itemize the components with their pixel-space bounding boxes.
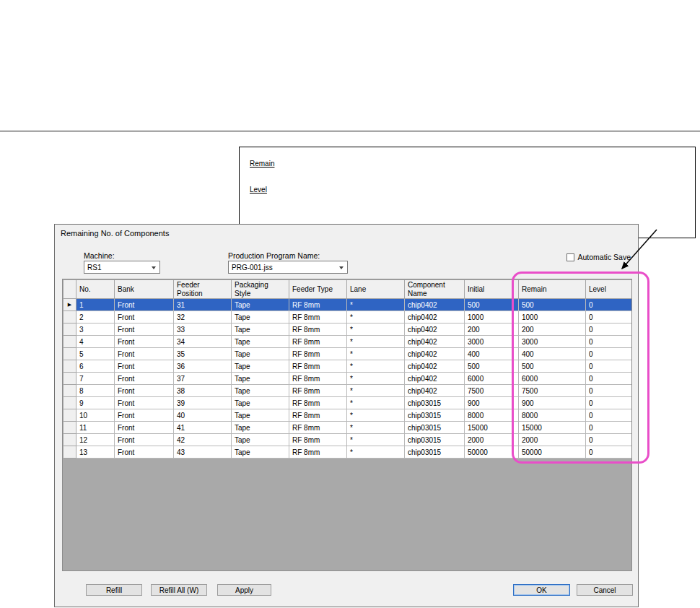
cell-initial[interactable]: 500 <box>465 360 519 373</box>
cell-remain[interactable]: 7500 <box>519 385 586 397</box>
cell-bank[interactable]: Front <box>115 385 174 397</box>
cell-level[interactable]: 0 <box>586 446 633 459</box>
cell-feeder-position[interactable]: 36 <box>174 360 232 373</box>
cell-packaging-style[interactable]: Tape <box>232 336 289 348</box>
cell-component-name[interactable]: chip03015 <box>405 446 465 459</box>
cell-bank[interactable]: Front <box>115 409 174 422</box>
column-header-remain[interactable]: Remain <box>519 280 586 299</box>
cell-packaging-style[interactable]: Tape <box>232 422 289 434</box>
cell-remain[interactable]: 400 <box>519 348 586 360</box>
cell-component-name[interactable]: chip0402 <box>405 311 465 323</box>
cell-component-name[interactable]: chip03015 <box>405 434 465 446</box>
cell-level[interactable]: 0 <box>586 373 633 385</box>
cell-feeder-type[interactable]: RF 8mm <box>289 299 347 311</box>
cell-lane[interactable]: * <box>347 434 405 446</box>
cell-lane[interactable]: * <box>347 311 405 323</box>
row-selector[interactable] <box>64 446 76 459</box>
cell-lane[interactable]: * <box>347 299 405 311</box>
column-header-level[interactable]: Level <box>586 280 633 299</box>
table-row[interactable]: 9Front39TapeRF 8mm*chip030159009000 <box>64 397 633 409</box>
cell-feeder-type[interactable]: RF 8mm <box>289 373 347 385</box>
table-row[interactable]: ▶1Front31TapeRF 8mm*chip04025005000 <box>64 299 633 311</box>
cell-remain[interactable]: 2000 <box>519 434 586 446</box>
cell-initial[interactable]: 7500 <box>465 385 519 397</box>
cell-feeder-position[interactable]: 37 <box>174 373 232 385</box>
cell-lane[interactable]: * <box>347 397 405 409</box>
cell-packaging-style[interactable]: Tape <box>232 434 289 446</box>
cell-no[interactable]: 11 <box>76 422 115 434</box>
row-selector[interactable] <box>64 360 76 373</box>
cell-packaging-style[interactable]: Tape <box>232 373 289 385</box>
current-row-indicator[interactable]: ▶ <box>64 299 76 311</box>
cell-component-name[interactable]: chip03015 <box>405 409 465 422</box>
automatic-save-control[interactable]: Automatic Save <box>566 253 631 261</box>
cell-remain[interactable]: 15000 <box>519 422 586 434</box>
cell-level[interactable]: 0 <box>586 348 633 360</box>
cell-feeder-position[interactable]: 34 <box>174 336 232 348</box>
cell-initial[interactable]: 3000 <box>465 336 519 348</box>
row-selector[interactable] <box>64 434 76 446</box>
cell-feeder-position[interactable]: 31 <box>174 299 232 311</box>
cell-level[interactable]: 0 <box>586 385 633 397</box>
cell-component-name[interactable]: chip0402 <box>405 299 465 311</box>
cell-feeder-type[interactable]: RF 8mm <box>289 434 347 446</box>
cell-level[interactable]: 0 <box>586 409 633 422</box>
cell-remain[interactable]: 500 <box>519 360 586 373</box>
cell-lane[interactable]: * <box>347 385 405 397</box>
cell-no[interactable]: 3 <box>76 323 115 336</box>
cell-component-name[interactable]: chip0402 <box>405 385 465 397</box>
cell-level[interactable]: 0 <box>586 360 633 373</box>
cell-bank[interactable]: Front <box>115 299 174 311</box>
row-selector[interactable] <box>64 385 76 397</box>
cell-no[interactable]: 8 <box>76 385 115 397</box>
cell-feeder-type[interactable]: RF 8mm <box>289 336 347 348</box>
table-row[interactable]: 7Front37TapeRF 8mm*chip0402600060000 <box>64 373 633 385</box>
cell-no[interactable]: 6 <box>76 360 115 373</box>
cell-bank[interactable]: Front <box>115 323 174 336</box>
cell-feeder-type[interactable]: RF 8mm <box>289 311 347 323</box>
row-selector[interactable] <box>64 373 76 385</box>
cell-lane[interactable]: * <box>347 336 405 348</box>
table-row[interactable]: 8Front38TapeRF 8mm*chip0402750075000 <box>64 385 633 397</box>
cell-initial[interactable]: 50000 <box>465 446 519 459</box>
cell-feeder-type[interactable]: RF 8mm <box>289 397 347 409</box>
cell-bank[interactable]: Front <box>115 336 174 348</box>
cell-remain[interactable]: 900 <box>519 397 586 409</box>
refill-all-button[interactable]: Refill All (W) <box>151 584 207 596</box>
cell-level[interactable]: 0 <box>586 299 633 311</box>
column-header-feeder-type[interactable]: Feeder Type <box>289 280 347 299</box>
cell-packaging-style[interactable]: Tape <box>232 311 289 323</box>
cell-remain[interactable]: 500 <box>519 299 586 311</box>
cell-feeder-type[interactable]: RF 8mm <box>289 348 347 360</box>
cell-feeder-position[interactable]: 33 <box>174 323 232 336</box>
cell-no[interactable]: 9 <box>76 397 115 409</box>
table-row[interactable]: 2Front32TapeRF 8mm*chip0402100010000 <box>64 311 633 323</box>
cell-no[interactable]: 7 <box>76 373 115 385</box>
cell-remain[interactable]: 8000 <box>519 409 586 422</box>
cell-bank[interactable]: Front <box>115 373 174 385</box>
cell-feeder-position[interactable]: 35 <box>174 348 232 360</box>
cell-bank[interactable]: Front <box>115 434 174 446</box>
apply-button[interactable]: Apply <box>217 584 271 596</box>
table-row[interactable]: 5Front35TapeRF 8mm*chip04024004000 <box>64 348 633 360</box>
row-selector[interactable] <box>64 422 76 434</box>
cell-component-name[interactable]: chip03015 <box>405 397 465 409</box>
production-program-select[interactable]: PRG-001.jss <box>228 261 348 274</box>
cell-feeder-type[interactable]: RF 8mm <box>289 409 347 422</box>
row-selector[interactable] <box>64 348 76 360</box>
cell-feeder-position[interactable]: 38 <box>174 385 232 397</box>
cell-remain[interactable]: 50000 <box>519 446 586 459</box>
cell-remain[interactable]: 1000 <box>519 311 586 323</box>
column-header-bank[interactable]: Bank <box>115 280 174 299</box>
cell-packaging-style[interactable]: Tape <box>232 397 289 409</box>
cell-component-name[interactable]: chip0402 <box>405 373 465 385</box>
cell-no[interactable]: 12 <box>76 434 115 446</box>
cell-packaging-style[interactable]: Tape <box>232 385 289 397</box>
column-header-initial[interactable]: Initial <box>465 280 519 299</box>
cell-component-name[interactable]: chip0402 <box>405 348 465 360</box>
row-selector[interactable] <box>64 323 76 336</box>
cell-remain[interactable]: 6000 <box>519 373 586 385</box>
cell-component-name[interactable]: chip0402 <box>405 360 465 373</box>
cell-no[interactable]: 2 <box>76 311 115 323</box>
row-selector[interactable] <box>64 311 76 323</box>
